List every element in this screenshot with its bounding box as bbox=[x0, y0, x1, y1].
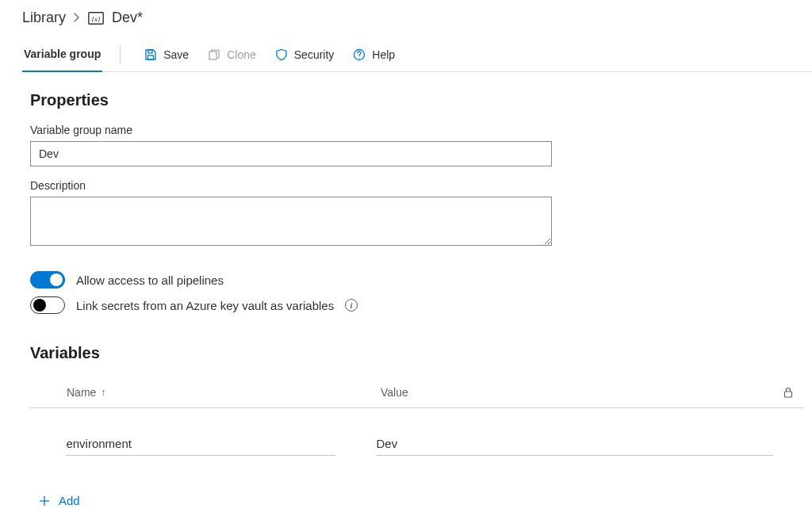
clone-label: Clone bbox=[227, 48, 256, 61]
clone-button: Clone bbox=[198, 37, 266, 72]
allow-access-toggle[interactable] bbox=[30, 271, 65, 289]
help-label: Help bbox=[372, 48, 395, 61]
svg-rect-3 bbox=[148, 50, 152, 53]
toolbar-separator bbox=[120, 45, 121, 64]
plus-icon bbox=[38, 495, 51, 507]
column-name-label: Name bbox=[67, 386, 96, 399]
save-label: Save bbox=[163, 48, 189, 61]
name-field-label: Variable group name bbox=[30, 124, 812, 136]
help-button[interactable]: Help bbox=[343, 37, 404, 72]
variables-table: Name ↑ Value bbox=[30, 377, 804, 462]
allow-access-label: Allow access to all pipelines bbox=[76, 273, 224, 287]
column-header-lock bbox=[772, 387, 804, 398]
svg-point-6 bbox=[359, 57, 360, 58]
svg-text:{x}: {x} bbox=[91, 14, 101, 22]
chevron-right-icon bbox=[74, 12, 80, 25]
lock-icon bbox=[783, 387, 793, 398]
variable-group-icon: {x} bbox=[88, 12, 104, 25]
link-secrets-toggle-row: Link secrets from an Azure key vault as … bbox=[30, 296, 812, 314]
security-button[interactable]: Security bbox=[266, 37, 344, 72]
column-header-name[interactable]: Name ↑ bbox=[67, 386, 381, 399]
help-icon bbox=[353, 48, 366, 61]
svg-rect-7 bbox=[785, 392, 792, 397]
add-label: Add bbox=[59, 494, 80, 507]
variables-heading: Variables bbox=[30, 344, 812, 362]
variable-group-name-input[interactable] bbox=[30, 141, 552, 166]
breadcrumb: Library {x} Dev* bbox=[22, 6, 812, 37]
svg-rect-2 bbox=[148, 55, 154, 59]
breadcrumb-root-link[interactable]: Library bbox=[22, 10, 66, 26]
properties-heading: Properties bbox=[30, 91, 812, 109]
clone-icon bbox=[208, 48, 220, 61]
security-label: Security bbox=[294, 48, 335, 61]
svg-rect-4 bbox=[209, 52, 216, 59]
info-icon[interactable]: i bbox=[345, 299, 358, 312]
link-secrets-label: Link secrets from an Azure key vault as … bbox=[76, 299, 334, 312]
column-value-label: Value bbox=[381, 386, 408, 399]
shield-icon bbox=[275, 48, 288, 61]
description-input[interactable] bbox=[30, 197, 552, 246]
table-row bbox=[30, 408, 804, 462]
sort-ascending-icon: ↑ bbox=[101, 387, 105, 398]
save-button[interactable]: Save bbox=[135, 37, 198, 72]
variable-value-input[interactable] bbox=[377, 432, 773, 456]
tab-variable-group[interactable]: Variable group bbox=[22, 37, 102, 72]
allow-access-toggle-row: Allow access to all pipelines bbox=[30, 271, 812, 289]
save-icon bbox=[144, 48, 157, 61]
add-variable-button[interactable]: Add bbox=[38, 494, 80, 507]
toolbar: Variable group Save Clone bbox=[22, 37, 812, 72]
variables-table-header: Name ↑ Value bbox=[30, 377, 804, 408]
variable-name-input[interactable] bbox=[66, 432, 335, 456]
link-secrets-toggle[interactable] bbox=[30, 296, 65, 314]
breadcrumb-current: Dev* bbox=[112, 10, 143, 26]
description-field-label: Description bbox=[30, 179, 812, 192]
column-header-value[interactable]: Value bbox=[381, 386, 772, 399]
